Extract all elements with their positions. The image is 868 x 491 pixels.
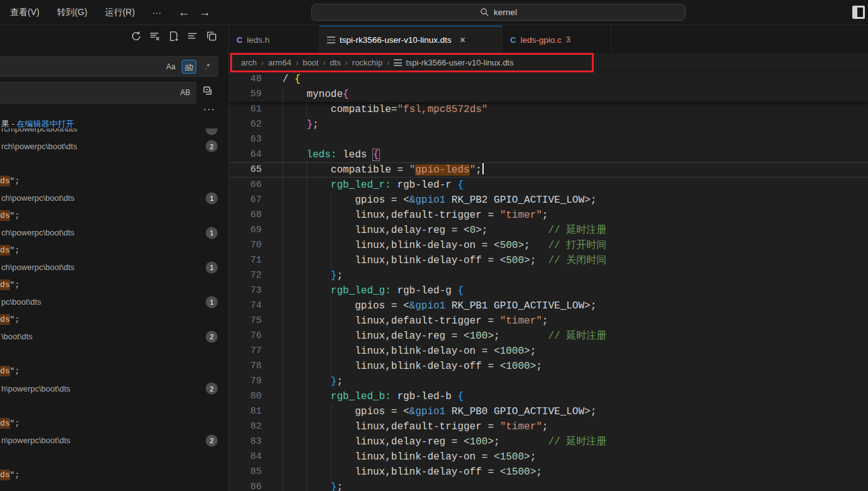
- file-path: pc\boot\dts: [0, 297, 42, 307]
- open-in-editor-link[interactable]: 在编辑器中打开: [17, 119, 74, 128]
- code-text: linux,blink-delay-off = <1500>;: [282, 465, 542, 480]
- code-line-77[interactable]: 77linux,blink-delay-on = <1000>;: [229, 344, 868, 359]
- back-button[interactable]: ←: [178, 6, 190, 20]
- breadcrumb-item[interactable]: arch: [241, 58, 257, 67]
- search-input[interactable]: Aa ab .*: [0, 56, 218, 77]
- search-result-match[interactable]: [0, 346, 228, 363]
- code-line-69[interactable]: 69linux,delay-reg = <0>; // 延时注册: [229, 223, 868, 238]
- tab-leds-gpio.c[interactable]: Cleds-gpio.c3: [503, 26, 611, 54]
- code-line-73[interactable]: 73rgb_led_g: rgb-led-g {: [229, 283, 868, 298]
- file-path: ch\powerpc\boot\dts: [0, 228, 74, 237]
- search-result-file[interactable]: rch\powerpc\boot\dts2: [0, 138, 228, 155]
- view-as-list-icon[interactable]: [187, 31, 198, 42]
- code-line-70[interactable]: 70linux,blink-delay-on = <500>; // 打开时间: [229, 238, 868, 253]
- line-number: 83: [229, 434, 262, 449]
- code-line-48[interactable]: 48/ {: [229, 72, 868, 87]
- breadcrumb-item[interactable]: arm64: [268, 58, 291, 67]
- code-line-86[interactable]: 86};: [229, 480, 868, 491]
- tab-leds.h[interactable]: Cleds.h: [229, 26, 320, 54]
- menu-item[interactable]: 运行(R): [96, 4, 143, 21]
- code-editor[interactable]: 48/ {59mynode{ 61compatible="fsl,mpc8572…: [229, 72, 868, 491]
- search-result-file[interactable]: ch\powerpc\boot\dts1: [0, 259, 228, 276]
- regex-toggle[interactable]: .*: [200, 60, 214, 74]
- line-number: 59: [229, 87, 262, 102]
- search-result-match[interactable]: ds";: [0, 311, 228, 329]
- search-result-match[interactable]: [0, 397, 228, 415]
- code-line-64[interactable]: 64leds: leds {: [229, 147, 868, 162]
- code-line-66[interactable]: 66rgb_led_r: rgb-led-r {: [229, 178, 868, 193]
- search-result-match[interactable]: ds";: [0, 242, 228, 259]
- code-line-68[interactable]: 68linux,default-trigger = "timer";: [229, 208, 868, 223]
- refresh-icon[interactable]: [131, 31, 142, 42]
- code-text: linux,blink-delay-on = <1500>;: [282, 449, 536, 465]
- code-line-83[interactable]: 83linux,delay-reg = <100>; // 延时注册: [229, 434, 868, 449]
- search-result-match[interactable]: [0, 449, 228, 467]
- breadcrumb[interactable]: arch›arm64›boot›dts›rockchip›tspi-rk3566…: [229, 54, 868, 72]
- code-line-80[interactable]: 80rgb_led_b: rgb-led-b {: [229, 389, 868, 404]
- code-line-65[interactable]: 65compatible = "gpio-leds";: [229, 162, 868, 178]
- code-line-82[interactable]: 82linux,default-trigger = "timer";: [229, 419, 868, 434]
- code-line-79[interactable]: 79};: [229, 374, 868, 389]
- breadcrumb-item[interactable]: boot: [303, 58, 318, 67]
- search-result-match[interactable]: ds";: [0, 172, 228, 190]
- code-line-72[interactable]: 72};: [229, 268, 868, 283]
- tab-tspi-rk3566-user-v10-linux.dts[interactable]: tspi-rk3566-user-v10-linux.dts×: [320, 26, 503, 54]
- code-line-71[interactable]: 71linux,blink-delay-off = <500>; // 关闭时间: [229, 253, 868, 268]
- search-result-match[interactable]: ds";: [0, 466, 228, 484]
- replace-all-icon[interactable]: [203, 86, 214, 99]
- code-line-63[interactable]: 63: [229, 132, 868, 147]
- editor-group: Cleds.htspi-rk3566-user-v10-linux.dts×Cl…: [228, 26, 868, 491]
- line-number: 81: [229, 404, 262, 419]
- code-line-59[interactable]: 59mynode{: [229, 87, 868, 102]
- search-result-match[interactable]: ds";: [0, 207, 228, 225]
- toggle-search-details-icon[interactable]: ···: [203, 104, 215, 115]
- code-line-62[interactable]: 62};: [229, 117, 868, 132]
- line-number: 78: [229, 359, 262, 374]
- code-line-74[interactable]: 74gpios = <&gpio1 RK_PB1 GPIO_ACTIVE_LOW…: [229, 298, 868, 313]
- breadcrumb-item[interactable]: rockchip: [352, 58, 382, 67]
- search-result-match[interactable]: ds";: [0, 276, 228, 294]
- search-result-file[interactable]: \boot\dts2: [0, 328, 228, 346]
- search-result-file[interactable]: ch\powerpc\boot\dts1: [0, 189, 228, 207]
- code-text: / {: [282, 72, 301, 87]
- search-result-file[interactable]: pc\boot\dts1: [0, 293, 228, 311]
- code-line-76[interactable]: 76linux,delay-reg = <100>; // 延时注册: [229, 329, 868, 344]
- line-number: 79: [229, 374, 262, 389]
- code-line-67[interactable]: 67gpios = <&gpio1 RK_PB2 GPIO_ACTIVE_LOW…: [229, 193, 868, 208]
- search-result-file[interactable]: h\powerpc\boot\dts2: [0, 380, 228, 398]
- search-result-file[interactable]: ch\powerpc\boot\dts1: [0, 224, 228, 242]
- tab-bar: Cleds.htspi-rk3566-user-v10-linux.dts×Cl…: [229, 26, 868, 54]
- search-result-match[interactable]: ds";: [0, 363, 228, 380]
- whole-word-toggle[interactable]: ab: [182, 60, 196, 74]
- breadcrumb-item[interactable]: dts: [330, 58, 340, 67]
- preserve-case-toggle[interactable]: AB: [178, 86, 192, 99]
- code-line-84[interactable]: 84linux,blink-delay-on = <1500>;: [229, 449, 868, 465]
- search-result-file[interactable]: rch\powerpc\boot\dts: [0, 128, 228, 138]
- code-line-85[interactable]: 85linux,blink-delay-off = <1500>;: [229, 465, 868, 480]
- search-result-match[interactable]: [0, 155, 228, 172]
- code-line-78[interactable]: 78linux,blink-delay-off = <1000>;: [229, 359, 868, 374]
- line-number: 74: [229, 298, 262, 313]
- code-line-81[interactable]: 81gpios = <&gpio1 RK_PB0 GPIO_ACTIVE_LOW…: [229, 404, 868, 419]
- replace-input[interactable]: AB: [0, 82, 196, 104]
- code-line-75[interactable]: 75linux,default-trigger = "timer";: [229, 313, 868, 329]
- forward-button[interactable]: →: [199, 6, 211, 20]
- tab-close-icon[interactable]: ×: [460, 35, 465, 45]
- search-actions: [131, 31, 217, 42]
- code-line-61[interactable]: 61compatible="fsl,mpc8572ds": [229, 102, 868, 117]
- menu-item[interactable]: 转到(G): [48, 4, 96, 21]
- code-text: linux,default-trigger = "timer";: [282, 313, 548, 329]
- open-new-search-editor-icon[interactable]: [169, 31, 179, 42]
- menu-item[interactable]: ···: [143, 5, 170, 20]
- toggle-sidebar-layout-icon[interactable]: [852, 6, 865, 19]
- menu-item[interactable]: 查看(V): [1, 4, 48, 21]
- search-result-match[interactable]: ds";: [0, 415, 228, 432]
- open-in-editor-icon[interactable]: [206, 31, 217, 42]
- code-text: gpios = <&gpio1 RK_PB0 GPIO_ACTIVE_LOW>;: [282, 404, 596, 419]
- clear-search-results-icon[interactable]: [150, 31, 160, 42]
- line-number: 80: [229, 389, 262, 404]
- match-case-toggle[interactable]: Aa: [164, 60, 178, 74]
- search-result-file[interactable]: n\powerpc\boot\dts2: [0, 432, 228, 449]
- breadcrumb-file[interactable]: tspi-rk3566-user-v10-linux.dts: [406, 58, 513, 67]
- command-center-search[interactable]: kernel: [311, 4, 686, 21]
